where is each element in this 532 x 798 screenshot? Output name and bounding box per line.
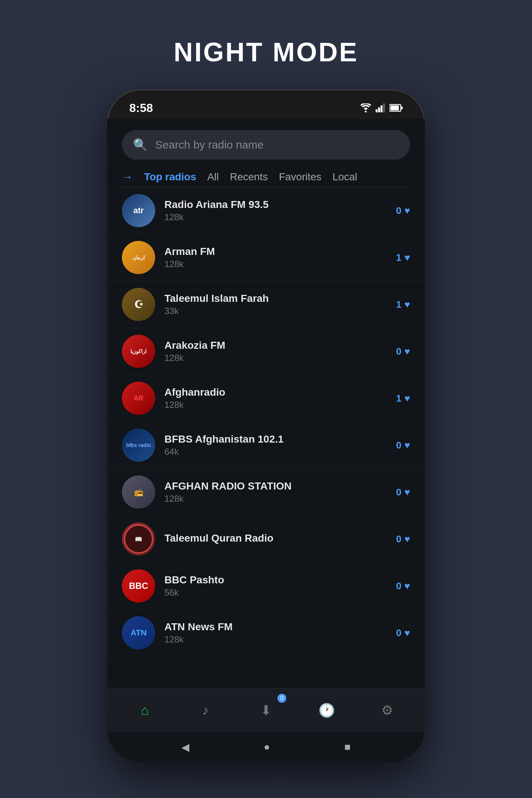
history-icon: 🕐 bbox=[318, 703, 335, 718]
like-count: 0 bbox=[396, 627, 401, 639]
radio-item[interactable]: AR Afghanradio 128k 1 ♥ bbox=[107, 375, 425, 422]
music-icon: ♪ bbox=[202, 703, 209, 718]
radio-bitrate: 128k bbox=[164, 353, 387, 363]
heart-icon: ♥ bbox=[405, 252, 410, 263]
radio-name: Taleemul Quran Radio bbox=[164, 532, 387, 544]
back-button[interactable]: ◀ bbox=[181, 741, 190, 753]
radio-info: Afghanradio 128k bbox=[164, 386, 387, 410]
battery-icon bbox=[389, 103, 403, 112]
radio-item[interactable]: 📖 Taleemul Quran Radio 0 ♥ bbox=[107, 516, 425, 563]
tab-top-radios[interactable]: Top radios bbox=[144, 171, 196, 183]
nav-download[interactable]: ⬇ 0 bbox=[248, 696, 284, 725]
nav-settings[interactable]: ⚙ bbox=[369, 696, 406, 725]
radio-info: Arman FM 128k bbox=[164, 246, 387, 269]
tab-all[interactable]: All bbox=[207, 171, 219, 183]
radio-logo: bfbs radio bbox=[122, 429, 155, 462]
heart-icon: ♥ bbox=[405, 487, 410, 498]
heart-icon: ♥ bbox=[405, 299, 410, 310]
radio-bitrate: 56k bbox=[164, 587, 387, 598]
radio-bitrate: 128k bbox=[164, 634, 387, 645]
like-count: 1 bbox=[396, 393, 401, 404]
radio-logo: ارمان bbox=[122, 241, 155, 274]
radio-info: Taleemul Quran Radio bbox=[164, 532, 387, 546]
search-icon: 🔍 bbox=[133, 138, 148, 152]
android-nav: ◀ ● ■ bbox=[107, 732, 425, 762]
logo-ring: 📖 bbox=[124, 524, 153, 554]
radio-item[interactable]: atr Radio Ariana FM 93.5 128k 0 ♥ bbox=[107, 187, 425, 234]
tab-arrow-icon: → bbox=[122, 171, 133, 183]
radio-logo: ATN bbox=[122, 616, 155, 649]
heart-icon: ♥ bbox=[405, 440, 410, 451]
like-count: 0 bbox=[396, 440, 401, 451]
phone-screen: 🔍 Search by radio name → Top radios All … bbox=[107, 119, 425, 762]
radio-likes[interactable]: 1 ♥ bbox=[396, 393, 410, 404]
bottom-nav: ⌂ ♪ ⬇ 0 🕐 ⚙ bbox=[107, 688, 425, 732]
like-count: 0 bbox=[396, 346, 401, 357]
radio-name: Arman FM bbox=[164, 246, 387, 258]
radio-likes[interactable]: 0 ♥ bbox=[396, 205, 410, 216]
nav-history[interactable]: 🕐 bbox=[308, 696, 345, 725]
like-count: 1 bbox=[396, 252, 401, 263]
like-count: 0 bbox=[396, 580, 401, 592]
radio-name: Radio Ariana FM 93.5 bbox=[164, 199, 387, 211]
svg-rect-7 bbox=[391, 106, 399, 110]
svg-rect-3 bbox=[381, 105, 382, 112]
tab-favorites[interactable]: Favorites bbox=[279, 171, 321, 183]
tab-recents[interactable]: Recents bbox=[230, 171, 268, 183]
radio-item[interactable]: bfbs radio BFBS Afghanistan 102.1 64k 0 … bbox=[107, 422, 425, 469]
radio-bitrate: 128k bbox=[164, 400, 387, 410]
search-input[interactable]: Search by radio name bbox=[155, 139, 264, 151]
home-icon: ⌂ bbox=[141, 703, 149, 718]
radio-item[interactable]: 📻 AFGHAN RADIO STATION 128k 0 ♥ bbox=[107, 469, 425, 516]
radio-likes[interactable]: 0 ♥ bbox=[396, 533, 410, 545]
radio-name: Arakozia FM bbox=[164, 340, 387, 351]
radio-logo: BBC bbox=[122, 569, 155, 603]
radio-info: Radio Ariana FM 93.5 128k bbox=[164, 199, 387, 222]
status-bar: 8:58 bbox=[107, 89, 425, 119]
radio-item[interactable]: ارمان Arman FM 128k 1 ♥ bbox=[107, 234, 425, 281]
tab-local[interactable]: Local bbox=[332, 171, 357, 183]
like-count: 1 bbox=[396, 299, 401, 310]
search-container: 🔍 Search by radio name bbox=[107, 119, 425, 167]
page-title: NIGHT MODE bbox=[174, 37, 358, 67]
recent-button[interactable]: ■ bbox=[344, 741, 351, 753]
radio-bitrate: 128k bbox=[164, 259, 387, 269]
svg-point-0 bbox=[365, 111, 366, 112]
nav-music[interactable]: ♪ bbox=[187, 696, 224, 725]
radio-info: Arakozia FM 128k bbox=[164, 340, 387, 363]
settings-icon: ⚙ bbox=[381, 703, 393, 718]
radio-likes[interactable]: 0 ♥ bbox=[396, 627, 410, 639]
radio-bitrate: 64k bbox=[164, 447, 387, 457]
nav-home[interactable]: ⌂ bbox=[126, 696, 163, 725]
radio-info: Taleemul Islam Farah 33k bbox=[164, 293, 387, 316]
radio-info: BFBS Afghanistan 102.1 64k bbox=[164, 433, 387, 457]
radio-item[interactable]: ☪ Taleemul Islam Farah 33k 1 ♥ bbox=[107, 281, 425, 328]
radio-info: AFGHAN RADIO STATION 128k bbox=[164, 480, 387, 504]
wifi-icon bbox=[360, 103, 372, 112]
radio-bitrate: 128k bbox=[164, 212, 387, 222]
radio-name: ATN News FM bbox=[164, 621, 387, 633]
like-count: 0 bbox=[396, 487, 401, 498]
radio-list: atr Radio Ariana FM 93.5 128k 0 ♥ ارمان … bbox=[107, 187, 425, 688]
radio-likes[interactable]: 1 ♥ bbox=[396, 252, 410, 263]
download-icon: ⬇ bbox=[260, 703, 272, 718]
radio-likes[interactable]: 0 ♥ bbox=[396, 487, 410, 498]
radio-item[interactable]: BBC BBC Pashto 56k 0 ♥ bbox=[107, 563, 425, 610]
radio-info: ATN News FM 128k bbox=[164, 621, 387, 645]
radio-bitrate: 33k bbox=[164, 306, 387, 316]
radio-likes[interactable]: 0 ♥ bbox=[396, 440, 410, 451]
download-badge: 0 bbox=[277, 694, 286, 703]
radio-name: Taleemul Islam Farah bbox=[164, 293, 387, 304]
radio-item[interactable]: اراکوزیا Arakozia FM 128k 0 ♥ bbox=[107, 328, 425, 375]
radio-likes[interactable]: 0 ♥ bbox=[396, 580, 410, 592]
radio-name: AFGHAN RADIO STATION bbox=[164, 480, 387, 492]
radio-bitrate: 128k bbox=[164, 494, 387, 504]
radio-item[interactable]: ATN ATN News FM 128k 0 ♥ bbox=[107, 610, 425, 657]
radio-likes[interactable]: 1 ♥ bbox=[396, 299, 410, 310]
radio-name: BFBS Afghanistan 102.1 bbox=[164, 433, 387, 445]
radio-likes[interactable]: 0 ♥ bbox=[396, 346, 410, 357]
heart-icon: ♥ bbox=[405, 627, 410, 639]
phone-device: 8:58 🔍 bbox=[107, 89, 425, 762]
home-button[interactable]: ● bbox=[264, 741, 270, 753]
search-bar[interactable]: 🔍 Search by radio name bbox=[122, 130, 410, 160]
